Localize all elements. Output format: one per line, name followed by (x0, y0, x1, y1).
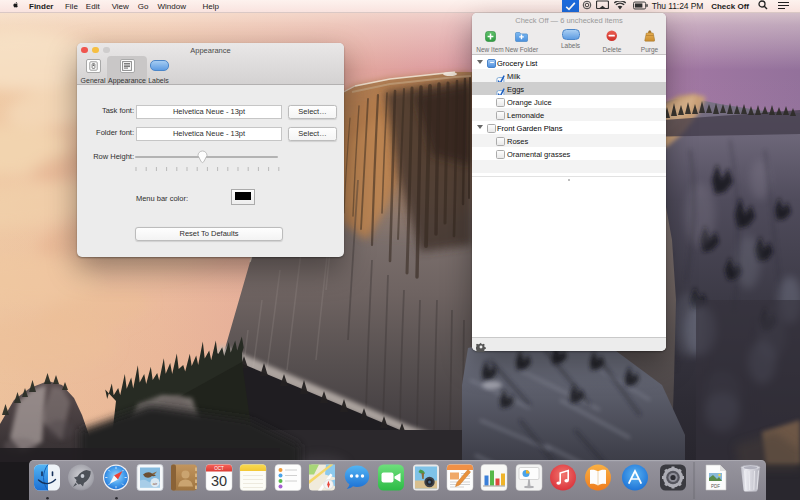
svg-text:OCT: OCT (214, 466, 224, 471)
svg-text:PDF: PDF (711, 483, 720, 488)
svg-text:air: air (153, 480, 158, 485)
svg-text:30: 30 (211, 473, 227, 489)
